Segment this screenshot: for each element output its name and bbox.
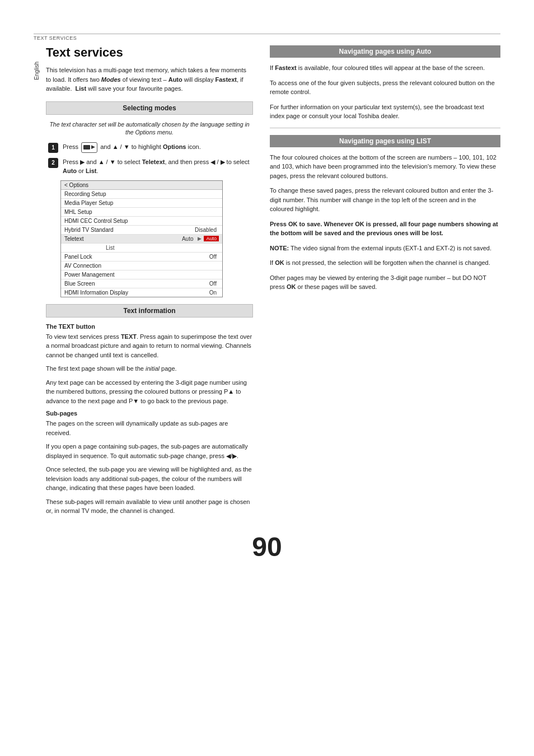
page-number: 90 [34,531,500,562]
step-1: 1 Press ▶ and ▲ / ▼ to highlight Options… [48,142,253,153]
step-2-text: Press ▶ and ▲ / ▼ to select Teletext, an… [63,157,253,176]
step-2: 2 Press ▶ and ▲ / ▼ to select Teletext, … [48,157,253,176]
nav-list-body5: Other pages may be viewed by entering th… [270,273,500,292]
nav-list-body2: To change these saved pages, press the r… [270,186,500,214]
text-button-heading: The TEXT button [46,323,253,330]
sidebar-label: English [34,62,45,80]
two-column-layout: Text services This television has a mult… [34,45,500,520]
text-information-header: Text information [46,304,253,318]
step-2-number: 2 [48,158,58,168]
menu-item-blue-screen: Blue Screen Off [61,279,222,288]
options-menu-header: < Options [61,181,222,190]
menu-item-hdmi-cec: HDMI CEC Control Setup [61,217,222,226]
sub-pages-body3: Once selected, the sub-page you are view… [46,465,253,493]
nav-auto-body1: If Fastext is available, four coloured t… [270,63,500,73]
top-rule [34,34,500,34]
nav-auto-body2: To access one of the four given subjects… [270,78,500,97]
menu-item-recording-setup: Recording Setup [61,190,222,199]
access-note: Any text page can be accessed by enterin… [46,378,253,406]
sub-pages-body1: The pages on the screen will dynamically… [46,419,253,437]
text-button-body: To view text services press TEXT. Press … [46,332,253,360]
menu-item-av-connection: AV Connection [61,262,222,270]
nav-list-header: Navigating pages using LIST [270,135,500,147]
menu-item-teletext-list: List [61,244,222,253]
section-divider [270,128,500,128]
sub-pages-body2: If you open a page containing sub-pages,… [46,442,253,460]
first-page-note: The first text page shown will be the in… [46,364,253,374]
intro-paragraph: This television has a multi-page text me… [46,66,253,94]
step-1-text: Press ▶ and ▲ / ▼ to highlight Options i… [63,142,253,153]
nav-list-body1: The four coloured choices at the bottom … [270,153,500,181]
nav-auto-header: Navigating pages using Auto [270,45,500,58]
step-1-number: 1 [48,143,58,153]
nav-list-note: NOTE: The video signal from the external… [270,244,500,253]
menu-item-mhl: MHL Setup [61,208,222,217]
text-information-section: Text information The TEXT button To view… [46,304,253,516]
menu-item-hybrid-tv: Hybrid TV Standard Disabled [61,226,222,235]
nav-list-body4: If OK is not pressed, the selection will… [270,258,500,268]
nav-auto-body3: For further information on your particul… [270,102,500,121]
selecting-modes-header: Selecting modes [46,101,253,115]
left-column: Text services This television has a mult… [46,45,253,520]
section-label: TEXT SERVICES [34,35,500,41]
options-menu: < Options Recording Setup Media Player S… [60,180,223,297]
menu-item-hdmi-info: HDMI Information Display On [61,288,222,297]
menu-item-power-mgmt: Power Management [61,270,222,279]
right-column: Navigating pages using Auto If Fastext i… [270,45,500,520]
nav-list-body3: Press OK to save. Whenever OK is pressed… [270,220,500,238]
sub-pages-body4: These sub-pages will remain available to… [46,497,253,516]
sub-pages-heading: Sub-pages [46,410,253,417]
menu-item-panel-lock: Panel Lock Off [61,253,222,262]
page-container: TEXT SERVICES English Text services This… [0,0,534,756]
menu-item-teletext: Teletext Auto ▶ Auto [61,235,222,244]
menu-item-media-player: Media Player Setup [61,199,222,208]
selecting-modes-note: The text character set will be automatic… [46,120,253,137]
main-title: Text services [46,45,253,60]
